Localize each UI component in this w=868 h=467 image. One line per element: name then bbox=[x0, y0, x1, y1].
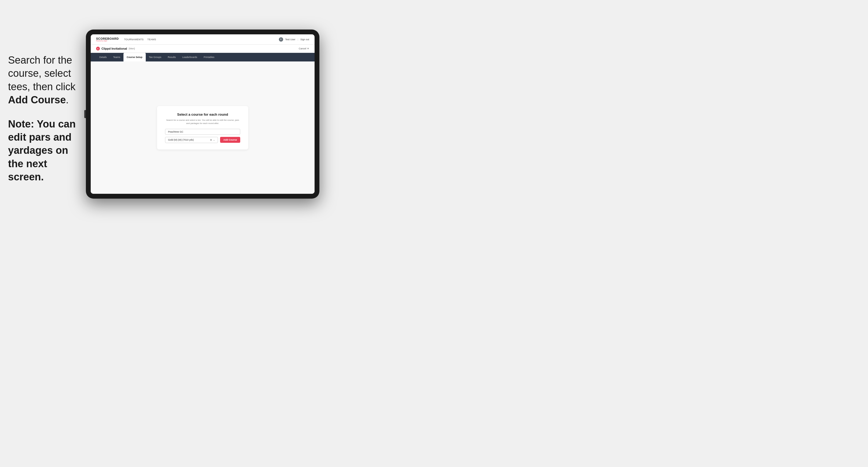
main-content: Select a course for each round Search fo… bbox=[91, 61, 315, 194]
tab-navigation: Details Teams Course Setup Tee Groups Re… bbox=[91, 53, 315, 61]
tournament-header: C Clippd Invitational (Men) Cancel ✕ bbox=[91, 44, 315, 53]
tab-teams[interactable]: Teams bbox=[110, 53, 124, 61]
tab-details[interactable]: Details bbox=[96, 53, 110, 61]
tournament-icon: C bbox=[96, 47, 100, 51]
cancel-x-icon: ✕ bbox=[307, 47, 309, 50]
logo-text: SCOREBOARD bbox=[96, 37, 119, 40]
card-subtitle: Search for a course and select a tee. Yo… bbox=[165, 119, 240, 125]
nav-left: SCOREBOARD Powered by clippd TOURNAMENTS… bbox=[96, 37, 156, 41]
tournament-name: Clippd Invitational bbox=[101, 47, 127, 50]
tab-leaderboards[interactable]: Leaderboards bbox=[179, 53, 200, 61]
tab-results[interactable]: Results bbox=[164, 53, 179, 61]
instructions-panel: Search for the course, select tees, then… bbox=[8, 54, 83, 195]
tablet-screen: SCOREBOARD Powered by clippd TOURNAMENTS… bbox=[91, 34, 315, 194]
user-avatar: R bbox=[279, 37, 283, 41]
add-course-button[interactable]: Add Course bbox=[220, 137, 240, 143]
logo-sub: Powered by clippd bbox=[96, 40, 119, 41]
logo: SCOREBOARD Powered by clippd bbox=[96, 37, 119, 41]
tab-tee-groups[interactable]: Tee Groups bbox=[146, 53, 165, 61]
tee-chevron-icon[interactable]: ⌄ bbox=[213, 139, 215, 141]
course-card: Select a course for each round Search fo… bbox=[157, 106, 248, 150]
instruction-note: Note: You can edit pars and yardages on … bbox=[8, 118, 83, 184]
pipe: | bbox=[298, 38, 298, 41]
instruction-period: . bbox=[66, 94, 69, 105]
tee-select-controls: ✕ ⌄ bbox=[210, 138, 215, 142]
tournament-title-row: C Clippd Invitational (Men) bbox=[96, 47, 135, 51]
nav-right: R Test User | Sign out bbox=[279, 37, 309, 41]
nav-teams[interactable]: TEAMS bbox=[147, 38, 156, 41]
instruction-highlight: Add Course bbox=[8, 94, 66, 105]
sign-out-link[interactable]: Sign out bbox=[300, 38, 309, 41]
course-search-input[interactable] bbox=[165, 129, 240, 135]
tablet-frame: SCOREBOARD Powered by clippd TOURNAMENTS… bbox=[86, 30, 319, 198]
tee-select-row: Gold (M) (M) (7010 yds) ✕ ⌄ Add Course bbox=[165, 137, 240, 143]
tablet-side-button bbox=[84, 110, 86, 118]
tee-select-value: Gold (M) (M) (7010 yds) bbox=[168, 138, 194, 141]
tab-printables[interactable]: Printables bbox=[200, 53, 218, 61]
tab-course-setup[interactable]: Course Setup bbox=[123, 53, 146, 61]
card-title: Select a course for each round bbox=[165, 113, 240, 117]
user-name: Test User bbox=[285, 38, 296, 41]
nav-tournaments[interactable]: TOURNAMENTS bbox=[124, 38, 144, 41]
tournament-type: (Men) bbox=[129, 47, 135, 50]
cancel-button[interactable]: Cancel ✕ bbox=[299, 47, 309, 50]
tee-select[interactable]: Gold (M) (M) (7010 yds) ✕ ⌄ bbox=[165, 137, 218, 143]
instruction-text: Search for the course, select tees, then… bbox=[8, 55, 75, 92]
top-nav: SCOREBOARD Powered by clippd TOURNAMENTS… bbox=[91, 34, 315, 44]
nav-links: TOURNAMENTS TEAMS bbox=[124, 38, 156, 41]
tee-clear-icon[interactable]: ✕ bbox=[210, 138, 212, 142]
